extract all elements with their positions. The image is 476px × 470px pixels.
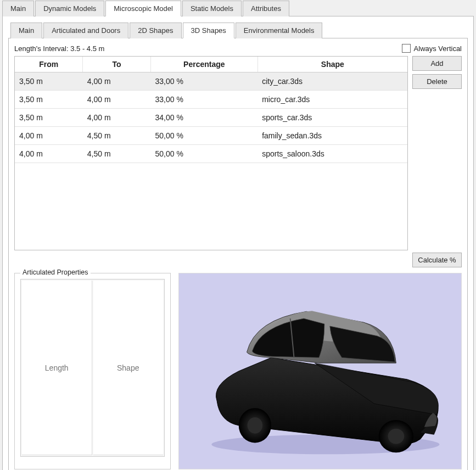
sub-tab-2d-shapes[interactable]: 2D Shapes: [130, 23, 181, 38]
3d-shapes-panel: Length's Interval: 3.5 - 4.5 m Always Ve…: [8, 38, 468, 470]
cell-from: 3,50 m: [15, 91, 83, 109]
cell-from: 4,00 m: [15, 127, 83, 145]
articulated-properties-title: Articulated Properties: [20, 268, 91, 276]
table-row[interactable]: 4,00 m4,50 m50,00 %sports_saloon.3ds: [15, 145, 407, 163]
cell-to: 4,50 m: [83, 145, 151, 163]
table-row[interactable]: 3,50 m4,00 m34,00 %sports_car.3ds: [15, 109, 407, 127]
cell-from: 4,00 m: [15, 145, 83, 163]
cell-to: 4,00 m: [83, 91, 151, 109]
shapes-table[interactable]: FromToPercentageShape 3,50 m4,00 m33,00 …: [14, 56, 408, 250]
car-3d-icon: [179, 273, 461, 469]
top-tabstrip: MainDynamic ModelsMicroscopic ModelStati…: [0, 0, 476, 16]
svg-point-5: [388, 429, 405, 444]
cell-to: 4,00 m: [83, 72, 151, 91]
cell-pct: 33,00 %: [151, 91, 258, 109]
articulated-header-shape: Shape: [93, 281, 164, 455]
length-interval-label: Length's Interval: 3.5 - 4.5 m: [14, 44, 104, 53]
col-header-shape[interactable]: Shape: [257, 57, 407, 72]
svg-point-3: [248, 417, 263, 434]
model-preview[interactable]: [178, 273, 462, 469]
cell-pct: 50,00 %: [151, 145, 258, 163]
table-row[interactable]: 3,50 m4,00 m33,00 %micro_car.3ds: [15, 91, 407, 109]
delete-button[interactable]: Delete: [412, 74, 462, 89]
sub-tab-environmental-models[interactable]: Environmental Models: [236, 23, 323, 38]
articulated-properties-group: Articulated Properties Length Shape: [14, 273, 171, 469]
cell-shape: city_car.3ds: [257, 72, 407, 91]
cell-to: 4,50 m: [83, 127, 151, 145]
top-tab-attributes[interactable]: Attributes: [243, 1, 289, 16]
sub-tab-main[interactable]: Main: [10, 23, 42, 38]
cell-from: 3,50 m: [15, 72, 83, 91]
cell-shape: family_sedan.3ds: [257, 127, 407, 145]
cell-to: 4,00 m: [83, 109, 151, 127]
col-header-to[interactable]: To: [83, 57, 151, 72]
top-tab-microscopic-model[interactable]: Microscopic Model: [105, 1, 181, 16]
cell-pct: 50,00 %: [151, 127, 258, 145]
col-header-percentage[interactable]: Percentage: [151, 57, 258, 72]
articulated-table[interactable]: Length Shape: [20, 279, 165, 457]
top-tab-main[interactable]: Main: [2, 1, 34, 16]
cell-shape: micro_car.3ds: [257, 91, 407, 109]
articulated-header-length: Length: [22, 281, 92, 455]
cell-pct: 33,00 %: [151, 72, 258, 91]
sub-tab-articulated-and-doors[interactable]: Articulated and Doors: [43, 23, 128, 38]
microscopic-model-panel: MainArticulated and Doors2D Shapes3D Sha…: [2, 16, 474, 470]
sub-tabstrip: MainArticulated and Doors2D Shapes3D Sha…: [8, 22, 468, 38]
always-vertical-checkbox[interactable]: Always Vertical: [402, 44, 462, 53]
sub-tab-3d-shapes[interactable]: 3D Shapes: [183, 23, 234, 38]
top-tab-dynamic-models[interactable]: Dynamic Models: [35, 1, 104, 16]
top-tab-static-models[interactable]: Static Models: [182, 1, 242, 16]
side-buttons: Add Delete: [412, 56, 462, 250]
always-vertical-label: Always Vertical: [414, 44, 462, 53]
cell-shape: sports_car.3ds: [257, 109, 407, 127]
calculate-button[interactable]: Calculate %: [412, 253, 462, 267]
add-button[interactable]: Add: [412, 56, 462, 71]
col-header-from[interactable]: From: [15, 57, 83, 72]
cell-from: 3,50 m: [15, 109, 83, 127]
checkbox-icon: [402, 44, 411, 53]
cell-shape: sports_saloon.3ds: [257, 145, 407, 163]
table-row[interactable]: 4,00 m4,50 m50,00 %family_sedan.3ds: [15, 127, 407, 145]
cell-pct: 34,00 %: [151, 109, 258, 127]
table-row[interactable]: 3,50 m4,00 m33,00 %city_car.3ds: [15, 72, 407, 91]
